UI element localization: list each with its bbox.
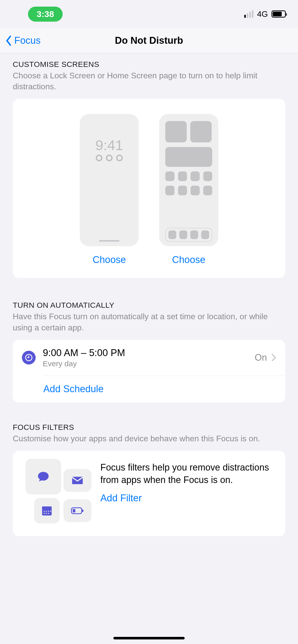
svg-rect-13 — [73, 509, 75, 512]
low-power-icon — [63, 499, 91, 522]
automation-subtitle: Have this Focus turn on automatically at… — [13, 311, 285, 333]
add-schedule-button[interactable]: Add Schedule — [13, 376, 285, 403]
automation-header: TURN ON AUTOMATICALLY Have this Focus tu… — [0, 278, 298, 335]
status-time-pill[interactable]: 3:38 — [28, 7, 63, 22]
svg-point-6 — [46, 511, 47, 512]
messages-icon — [25, 459, 61, 494]
back-button[interactable]: Focus — [0, 35, 40, 46]
home-indicator[interactable] — [113, 637, 185, 639]
schedule-row[interactable]: 9:00 AM – 5:00 PM Every day On — [13, 340, 285, 376]
calendar-icon — [34, 498, 60, 523]
battery-icon — [272, 10, 286, 18]
schedule-time-range: 9:00 AM – 5:00 PM — [43, 347, 248, 358]
add-filter-button[interactable]: Add Filter — [100, 493, 275, 504]
svg-point-8 — [50, 511, 51, 512]
home-screen-preview[interactable] — [159, 114, 218, 246]
lock-screen-column: 9:41 Choose — [80, 114, 139, 265]
svg-rect-14 — [82, 509, 83, 512]
network-type-label: 4G — [257, 9, 268, 19]
back-label: Focus — [14, 35, 40, 46]
customise-screens-title: CUSTOMISE SCREENS — [13, 60, 285, 69]
lock-screen-time: 9:41 — [80, 137, 139, 153]
cellular-signal-icon — [244, 10, 253, 18]
choose-lock-screen-button[interactable]: Choose — [93, 254, 126, 265]
dock-icon — [165, 228, 212, 242]
customise-screens-header: CUSTOMISE SCREENS Choose a Lock Screen o… — [0, 53, 298, 94]
navigation-bar: Focus Do Not Disturb — [0, 28, 298, 53]
clock-icon — [22, 351, 36, 364]
mail-icon — [63, 469, 91, 492]
status-bar: 3:38 4G — [0, 0, 298, 28]
page-title: Do Not Disturb — [0, 35, 298, 46]
automation-card: 9:00 AM – 5:00 PM Every day On Add Sched… — [13, 340, 285, 403]
lock-screen-widgets-icon — [80, 155, 139, 161]
home-screen-column: Choose — [159, 114, 218, 265]
focus-filters-description: Focus filters help you remove distractio… — [100, 461, 275, 486]
svg-rect-3 — [42, 506, 52, 509]
lock-screen-preview[interactable]: 9:41 — [80, 114, 139, 246]
svg-point-5 — [44, 511, 45, 512]
focus-filters-card: Focus filters help you remove distractio… — [13, 451, 285, 536]
automation-title: TURN ON AUTOMATICALLY — [13, 301, 285, 310]
choose-home-screen-button[interactable]: Choose — [172, 254, 206, 265]
chevron-left-icon — [5, 36, 12, 46]
home-indicator-icon — [99, 240, 119, 242]
svg-point-7 — [48, 511, 49, 512]
filter-icons-cluster — [23, 461, 90, 523]
svg-point-11 — [48, 513, 49, 514]
svg-point-9 — [44, 513, 45, 514]
focus-filters-title: FOCUS FILTERS — [13, 423, 285, 432]
focus-filters-subtitle: Customise how your apps and device behav… — [13, 433, 285, 444]
schedule-state-label: On — [255, 352, 267, 363]
customise-screens-card: 9:41 Choose Choose — [13, 99, 285, 278]
focus-filters-header: FOCUS FILTERS Customise how your apps an… — [0, 403, 298, 446]
chevron-right-icon — [272, 354, 276, 361]
status-right-cluster: 4G — [244, 9, 286, 19]
customise-screens-subtitle: Choose a Lock Screen or Home Screen page… — [13, 70, 285, 92]
schedule-repeat: Every day — [43, 359, 248, 368]
svg-point-10 — [46, 513, 47, 514]
